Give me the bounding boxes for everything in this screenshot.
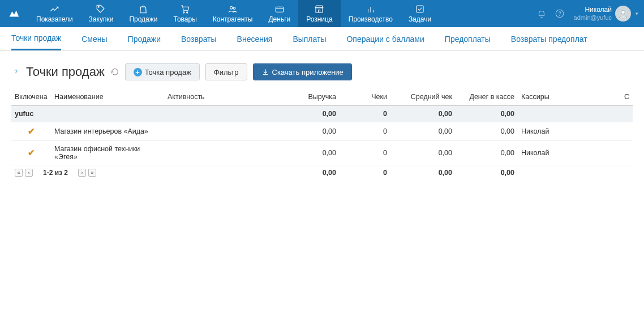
refresh-icon[interactable] [110, 67, 119, 76]
pager-last-button[interactable]: » [88, 169, 96, 177]
row-name: Магазин офисной техники «Эгея» [51, 141, 164, 165]
th-avg[interactable]: Средний чек [390, 88, 456, 106]
th-name[interactable]: Наименование [51, 88, 164, 106]
group-checks: 0 [340, 106, 390, 122]
logo-icon [8, 7, 20, 20]
cart-icon [180, 4, 190, 14]
th-cash[interactable]: Денег в кассе [456, 88, 518, 106]
subnav-prepay[interactable]: Предоплаты [445, 28, 491, 50]
tag-icon [96, 4, 106, 14]
pager-text: 1-2 из 2 [43, 169, 68, 177]
svg-rect-5 [276, 7, 284, 12]
user-sub: admin@yufuc [574, 14, 612, 22]
group-row[interactable]: yufuc 0,00 0 0,00 0,00 [11, 106, 633, 122]
svg-point-4 [233, 7, 235, 10]
group-name: yufuc [11, 106, 277, 122]
page-header: ? Точки продаж + Точка продаж Фильтр Ска… [0, 51, 644, 88]
row-cash: 0,00 [456, 141, 518, 165]
pager-prev-button[interactable]: ‹ [25, 169, 33, 177]
subnav-shifts[interactable]: Смены [81, 28, 107, 50]
nav-label: Показатели [36, 15, 73, 23]
footer-revenue: 0,00 [277, 165, 340, 181]
user-avatar-icon [617, 8, 629, 19]
group-cash: 0,00 [456, 106, 518, 122]
th-checks[interactable]: Чеки [340, 88, 390, 106]
th-enabled[interactable]: Включена [11, 88, 51, 106]
top-icons [533, 0, 568, 27]
nav-counterparties[interactable]: Контрагенты [205, 0, 261, 27]
row-revenue: 0,00 [277, 122, 340, 141]
table-header-row: Включена Наименование Активность Выручка… [11, 88, 633, 106]
subnav: Точки продаж Смены Продажи Возвраты Внес… [0, 27, 644, 51]
table-row[interactable]: ✔ Магазин офисной техники «Эгея» 0,00 0 … [11, 141, 633, 165]
footer-checks: 0 [340, 165, 390, 181]
help-mark-icon[interactable]: ? [11, 67, 20, 76]
user-block[interactable]: Николай admin@yufuc ▾ [568, 0, 644, 27]
subnav-bonus-ops[interactable]: Операции с баллами [346, 28, 424, 50]
chevron-down-icon: ▾ [636, 11, 638, 17]
group-avg: 0,00 [390, 106, 456, 122]
footer-avg: 0,00 [390, 165, 456, 181]
pager: « ‹ 1-2 из 2 › » [15, 169, 274, 177]
nav-label: Производство [349, 15, 393, 23]
row-avg: 0,00 [390, 141, 456, 165]
nav-production[interactable]: Производство [341, 0, 401, 27]
download-label: Скачать приложение [272, 68, 344, 76]
download-app-button[interactable]: Скачать приложение [253, 63, 352, 80]
subnav-returns[interactable]: Возвраты [181, 28, 217, 50]
table-row[interactable]: ✔ Магазин интерьеров «Аида» 0,00 0 0,00 … [11, 122, 633, 141]
row-cashiers: Николай [518, 122, 586, 141]
row-revenue: 0,00 [277, 141, 340, 165]
nav-label: Розница [306, 15, 332, 23]
add-pos-button[interactable]: + Точка продаж [125, 63, 200, 80]
subnav-deposits[interactable]: Внесения [237, 28, 273, 50]
th-cashiers[interactable]: Кассиры [518, 88, 586, 106]
subnav-sales[interactable]: Продажи [128, 28, 161, 50]
nav-label: Контрагенты [213, 15, 253, 23]
svg-rect-9 [417, 6, 423, 12]
footer-row: « ‹ 1-2 из 2 › » 0,00 0 0,00 0,00 [11, 165, 633, 181]
svg-point-12 [621, 10, 625, 14]
app-logo[interactable] [0, 0, 28, 27]
download-icon [261, 68, 269, 76]
subnav-payouts[interactable]: Выплаты [293, 28, 326, 50]
row-name: Магазин интерьеров «Аида» [51, 122, 164, 141]
th-last[interactable]: С [586, 88, 633, 106]
avatar [615, 6, 631, 22]
nav-sales[interactable]: Продажи [121, 0, 165, 27]
filter-label: Фильтр [214, 68, 239, 76]
store-icon [314, 4, 324, 14]
nav-purchases[interactable]: Закупки [81, 0, 122, 27]
row-checks: 0 [340, 122, 390, 141]
grid-wrap: Включена Наименование Активность Выручка… [0, 88, 644, 181]
svg-point-0 [98, 6, 100, 7]
check-icon: ✔ [28, 148, 35, 157]
pos-table: Включена Наименование Активность Выручка… [11, 88, 633, 181]
nav-label: Деньги [268, 15, 290, 23]
subnav-prepay-returns[interactable]: Возвраты предоплат [511, 28, 587, 50]
bell-icon[interactable] [536, 8, 547, 19]
check-square-icon [415, 4, 425, 14]
nav-label: Продажи [129, 15, 157, 23]
help-circle-icon[interactable] [555, 8, 565, 19]
th-activity[interactable]: Активность [164, 88, 277, 106]
subnav-pos[interactable]: Точки продаж [11, 27, 61, 50]
pager-first-button[interactable]: « [15, 169, 23, 177]
nav-label: Задачи [409, 15, 431, 23]
svg-point-3 [230, 7, 233, 10]
nav-retail[interactable]: Розница [298, 0, 340, 27]
nav-money[interactable]: Деньги [260, 0, 298, 27]
pager-next-button[interactable]: › [78, 169, 86, 177]
svg-point-1 [183, 12, 184, 13]
levels-icon [366, 4, 376, 14]
th-revenue[interactable]: Выручка [277, 88, 340, 106]
nav-tasks[interactable]: Задачи [401, 0, 439, 27]
add-pos-label: Точка продаж [145, 68, 191, 76]
filter-button[interactable]: Фильтр [205, 63, 247, 80]
plus-circle-icon: + [134, 68, 142, 76]
nav-indicators[interactable]: Показатели [28, 0, 81, 27]
row-cashiers: Николай [518, 141, 586, 165]
footer-cash: 0,00 [456, 165, 518, 181]
svg-point-11 [559, 15, 560, 16]
nav-goods[interactable]: Товары [166, 0, 205, 27]
